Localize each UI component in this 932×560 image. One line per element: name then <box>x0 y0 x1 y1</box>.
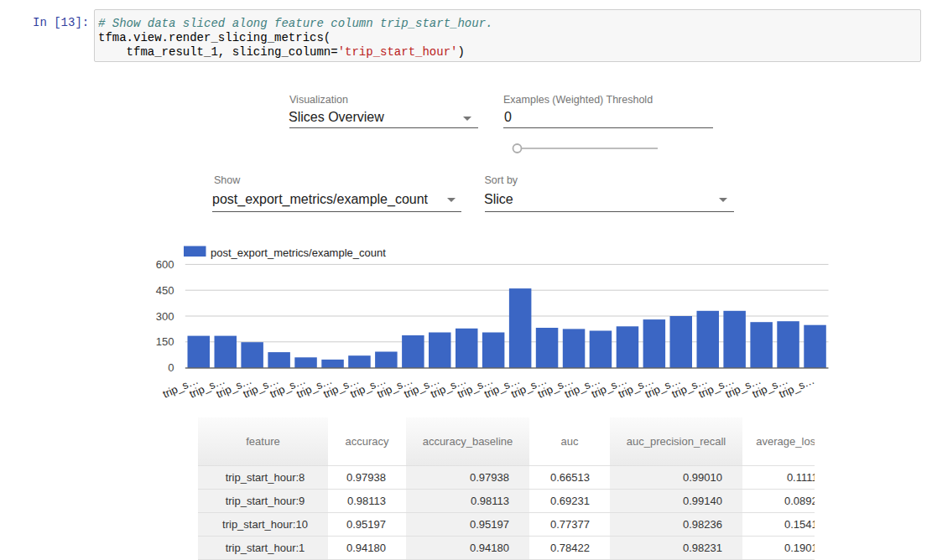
svg-text:300: 300 <box>156 310 174 323</box>
svg-text:post_export_metrics/example_co: post_export_metrics/example_count <box>211 246 386 259</box>
svg-text:450: 450 <box>156 284 174 297</box>
svg-text:600: 600 <box>156 258 174 271</box>
svg-text:0: 0 <box>168 361 174 374</box>
svg-text:150: 150 <box>156 335 174 348</box>
